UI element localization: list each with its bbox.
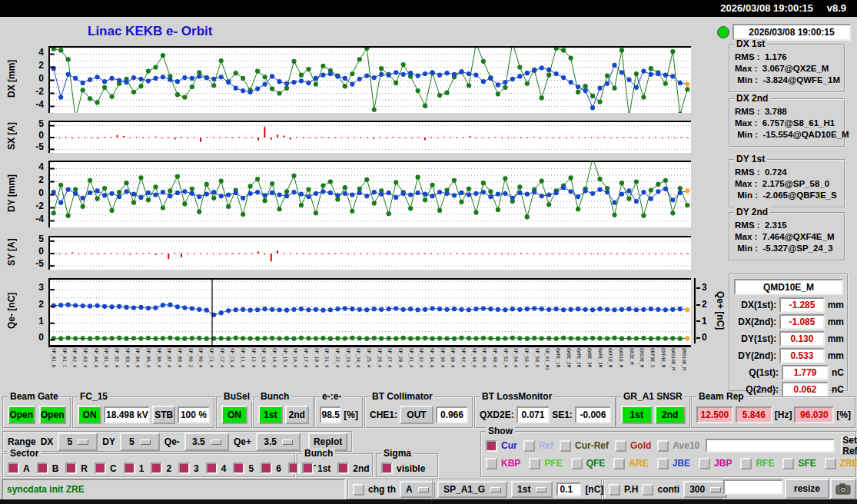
show-rfe[interactable]: RFE <box>740 458 774 469</box>
threshold-input[interactable] <box>556 482 581 496</box>
fc15-stb-button[interactable]: STB <box>152 406 174 424</box>
busel-on-button[interactable]: ON <box>221 406 247 424</box>
camera-button[interactable] <box>830 479 856 499</box>
bpm-name-select[interactable]: SP_A1_G <box>437 481 507 498</box>
range-label: Range <box>8 436 36 447</box>
checkbox-label: 5 <box>248 463 254 474</box>
show-qfe[interactable]: QFE <box>571 458 606 469</box>
show-ref[interactable]: Ref <box>523 440 553 452</box>
checkbox[interactable] <box>337 463 349 474</box>
sector-4[interactable]: 4 <box>206 463 227 474</box>
checkbox[interactable] <box>529 458 540 469</box>
checkbox[interactable] <box>825 458 836 469</box>
beam-gate-open-button-1[interactable]: Open <box>8 406 35 424</box>
qe-right-axis-label: Qe+ [nC] <box>713 278 726 343</box>
show-pfe[interactable]: PFE <box>529 458 562 469</box>
gra1-1st-button[interactable]: 1st <box>621 406 653 424</box>
conti-checkbox-item[interactable]: conti <box>642 484 679 496</box>
show-gold[interactable]: Gold <box>615 440 651 452</box>
checkbox-label: ARE <box>629 458 648 469</box>
checkbox[interactable] <box>124 463 135 474</box>
stat-dx-1st: DX 1st RMS : 1.176 Max : 3.067@QX2E_M Mi… <box>729 44 845 93</box>
count-select[interactable]: 300 <box>683 481 727 498</box>
checkbox[interactable] <box>8 463 19 474</box>
checkbox[interactable] <box>261 463 272 474</box>
checkbox[interactable] <box>657 440 669 452</box>
checkbox-label: PFE <box>544 458 562 469</box>
bunch-2nd-button[interactable]: 2nd <box>285 406 310 424</box>
show-ave10[interactable]: Ave10 <box>657 440 699 452</box>
range-qep-value: 3.5 <box>264 436 277 447</box>
set-ref-button[interactable]: Set Ref <box>841 436 857 455</box>
checkbox[interactable] <box>95 463 106 474</box>
chg-sector-select[interactable]: A <box>400 481 435 498</box>
sector-6[interactable]: 6 <box>261 463 281 474</box>
che1-out-button[interactable]: OUT <box>400 406 433 424</box>
show-jbe[interactable]: JBE <box>657 458 690 469</box>
stat-rms: RMS : 2.315 <box>735 220 844 230</box>
show-sfe[interactable]: SFE <box>782 458 815 469</box>
sector-2[interactable]: 2 <box>151 463 171 474</box>
checkbox[interactable] <box>782 458 794 469</box>
bpm-label: SP_A3_4 <box>83 348 88 367</box>
checkbox[interactable] <box>642 484 653 496</box>
sector-r[interactable]: R <box>65 463 88 474</box>
checkbox[interactable] <box>560 440 571 452</box>
bunch-1st[interactable]: 1st <box>302 463 331 474</box>
checkbox[interactable] <box>699 458 710 469</box>
checkbox[interactable] <box>353 484 364 496</box>
sector-c[interactable]: C <box>95 463 117 474</box>
checkbox[interactable] <box>206 463 218 474</box>
free-text-input[interactable] <box>723 479 783 495</box>
checkbox[interactable] <box>178 463 190 474</box>
show-zre[interactable]: ZRE <box>825 458 857 469</box>
sector-1[interactable]: 1 <box>124 463 144 474</box>
bpm-bunch-select[interactable]: 1st <box>511 481 553 498</box>
show-jbp[interactable]: JBP <box>699 458 732 469</box>
checkbox-label: 2 <box>166 463 171 474</box>
checkbox[interactable] <box>657 458 669 469</box>
checkbox[interactable] <box>609 484 620 496</box>
checkbox[interactable] <box>486 458 497 469</box>
checkbox[interactable] <box>615 440 626 452</box>
sector-b[interactable]: B <box>37 463 59 474</box>
bpm-label: SP_16_4 <box>293 348 297 367</box>
range-dx-select[interactable]: 5 <box>58 433 98 451</box>
range-qep-select[interactable]: 3.5 <box>256 433 301 451</box>
gra1-2nd-button[interactable]: 2nd <box>655 406 686 424</box>
checkbox[interactable] <box>302 463 314 474</box>
checkbox[interactable] <box>571 458 583 469</box>
show-cur-ref[interactable]: Cur-Ref <box>560 440 609 452</box>
checkbox[interactable] <box>523 440 535 452</box>
show-cur[interactable]: Cur <box>486 440 517 452</box>
beam-rep-panel: Beam Rep 12.500 5.846 [Hz] 96.030 [%] <box>691 396 856 429</box>
bunch-1st-button[interactable]: 1st <box>258 406 283 424</box>
range-qem-select[interactable]: 3.5 <box>184 433 229 451</box>
chg-th-checkbox-item[interactable]: chg th <box>353 484 396 496</box>
checkbox[interactable] <box>151 463 162 474</box>
resize-button[interactable]: resize <box>785 479 829 499</box>
show-kbp[interactable]: KBP <box>486 458 520 469</box>
sector-3[interactable]: 3 <box>178 463 199 474</box>
beam-gate-open-button-2[interactable]: Open <box>39 406 67 424</box>
sigma-visible[interactable]: visible <box>381 463 425 474</box>
checkbox[interactable] <box>381 463 393 474</box>
checkbox[interactable] <box>740 458 752 469</box>
sector-5[interactable]: 5 <box>233 463 254 474</box>
bunch-2nd[interactable]: 2nd <box>337 463 369 474</box>
checkbox[interactable] <box>37 463 48 474</box>
checkbox[interactable] <box>613 458 625 469</box>
stat-max: Max : 2.175@SP_58_0 <box>735 179 844 188</box>
checkbox[interactable] <box>65 463 77 474</box>
tick-label: -2 <box>35 86 44 97</box>
show-are[interactable]: ARE <box>613 458 648 469</box>
monitor-unit: mm <box>828 350 844 361</box>
range-dy-select[interactable]: 5 <box>120 433 160 451</box>
ph-checkbox-item[interactable]: P.H <box>609 484 638 496</box>
fc15-on-button[interactable]: ON <box>78 406 101 424</box>
bpm-label: SP_25_4 <box>367 348 371 367</box>
ref-file-input[interactable] <box>706 439 835 453</box>
checkbox[interactable] <box>486 440 497 452</box>
checkbox[interactable] <box>233 463 244 474</box>
sector-a[interactable]: A <box>8 463 30 474</box>
